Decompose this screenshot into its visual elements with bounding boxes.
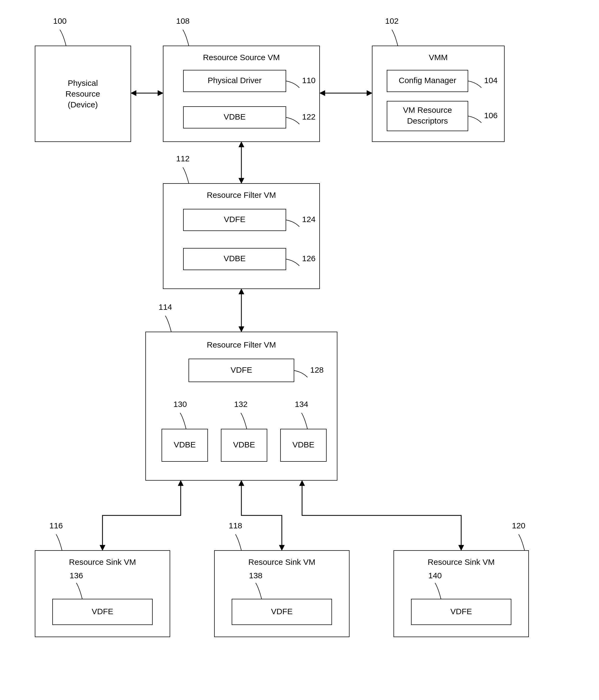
vm-res-desc-line2: Descriptors: [407, 116, 448, 125]
arrow-filter1-to-filter2: [239, 289, 244, 332]
vmm-block: VMM Config Manager 104 VM Resource Descr…: [372, 17, 504, 142]
sink2-title: Resource Sink VM: [249, 557, 315, 567]
sink1-title: Resource Sink VM: [69, 557, 136, 567]
ref-136: 136: [70, 571, 83, 580]
svg-marker-17: [239, 142, 244, 147]
ref-130: 130: [174, 400, 187, 408]
ref-110: 110: [302, 76, 316, 85]
ref-124: 124: [302, 215, 316, 224]
svg-marker-37: [300, 480, 305, 486]
source-vdbe-label: VDBE: [224, 112, 246, 121]
filter2-title: Resource Filter VM: [207, 340, 276, 349]
filter2-vdbe2-label: VDBE: [233, 440, 255, 449]
config-manager-label: Config Manager: [399, 76, 456, 85]
resource-source-vm-block: Resource Source VM Physical Driver 110 V…: [163, 17, 320, 142]
filter1-vdbe-label: VDBE: [224, 254, 246, 263]
ref-100: 100: [53, 17, 67, 25]
svg-marker-38: [459, 545, 464, 550]
sink1-vdfe-label: VDFE: [92, 607, 113, 616]
ref-112: 112: [176, 154, 190, 163]
svg-marker-34: [100, 545, 105, 550]
svg-marker-26: [239, 327, 244, 332]
sink3-title: Resource Sink VM: [428, 557, 495, 567]
svg-marker-9: [158, 91, 163, 96]
sink3-vdfe-label: VDFE: [450, 607, 472, 616]
arrow-source-to-vmm: [320, 91, 372, 96]
ref-104: 104: [484, 76, 498, 85]
svg-marker-33: [178, 480, 183, 486]
ref-122: 122: [302, 112, 316, 121]
physical-driver-label: Physical Driver: [208, 76, 262, 85]
filter1-vdfe-label: VDFE: [224, 215, 245, 224]
ref-126: 126: [302, 254, 316, 263]
svg-marker-36: [279, 545, 285, 550]
arrow-source-to-filter1: [239, 142, 244, 183]
ref-116: 116: [49, 521, 63, 530]
physical-resource-line2: Resource: [66, 89, 100, 98]
arrow-phys-to-source: [131, 91, 163, 96]
source-vm-title: Resource Source VM: [203, 53, 280, 62]
filter2-vdbe1-label: VDBE: [174, 440, 196, 449]
arrow-filter2-to-sink2: [239, 480, 285, 550]
ref-128: 128: [310, 366, 323, 374]
ref-140: 140: [428, 571, 442, 580]
arrow-filter2-to-sink3: [300, 480, 464, 550]
arrow-filter2-to-sink1: [100, 480, 183, 550]
ref-108: 108: [176, 17, 190, 25]
svg-marker-12: [367, 91, 372, 96]
physical-resource-line3: (Device): [68, 100, 98, 109]
ref-106: 106: [484, 111, 498, 120]
svg-marker-18: [239, 178, 244, 183]
svg-marker-35: [239, 480, 244, 486]
ref-118: 118: [229, 521, 242, 530]
filter2-vdfe-label: VDFE: [231, 366, 252, 374]
diagram-canvas: Physical Resource (Device) 100 Resource …: [0, 0, 599, 700]
filter1-title: Resource Filter VM: [207, 191, 276, 199]
filter2-vdbe3-label: VDBE: [292, 440, 314, 449]
ref-138: 138: [249, 571, 262, 580]
physical-resource-line1: Physical: [68, 78, 98, 88]
ref-132: 132: [234, 400, 248, 408]
ref-102: 102: [385, 17, 399, 25]
sink2-vdfe-label: VDFE: [271, 607, 293, 616]
vm-res-desc-line1: VM Resource: [403, 105, 452, 115]
svg-marker-25: [239, 289, 244, 294]
svg-marker-8: [131, 91, 136, 96]
vmm-title: VMM: [429, 53, 448, 62]
ref-120: 120: [512, 521, 525, 530]
ref-134: 134: [295, 400, 308, 408]
physical-resource-block: Physical Resource (Device) 100: [35, 17, 131, 142]
ref-114: 114: [159, 302, 172, 311]
svg-marker-11: [320, 91, 325, 96]
